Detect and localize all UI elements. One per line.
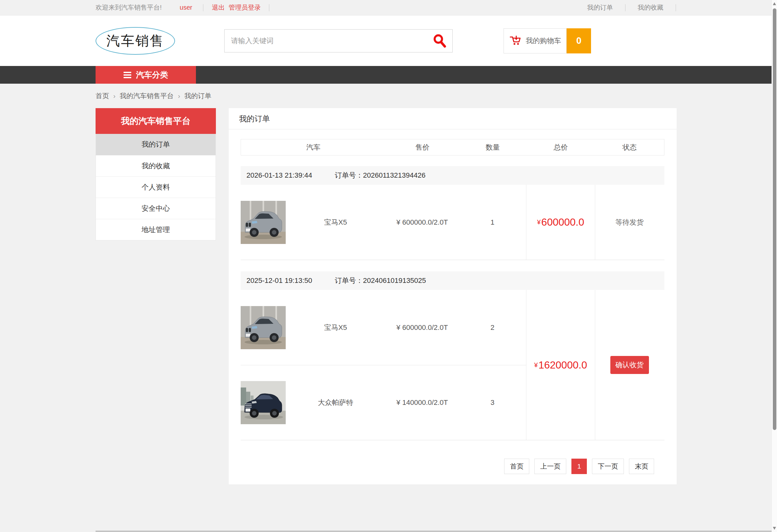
sidebar-item[interactable]: 个人资料 bbox=[96, 176, 216, 198]
site-header: 汽车销售 bbox=[0, 15, 772, 66]
cart-widget[interactable]: 我的购物车 0 bbox=[504, 28, 591, 54]
order-block: 2025-12-01 19:13:50订单号：2024061019135025宝… bbox=[241, 271, 664, 440]
item-price: ¥ 140000.0/2.0T bbox=[385, 365, 459, 440]
order-date: 2026-01-13 21:39:44 bbox=[246, 171, 312, 180]
logout-link[interactable]: 退出 bbox=[212, 3, 225, 12]
search-input[interactable] bbox=[225, 30, 427, 52]
breadcrumb: 首页›我的汽车销售平台›我的订单 bbox=[96, 91, 676, 100]
order-status-cell: 确认收货 bbox=[595, 290, 664, 440]
cart-main: 我的购物车 bbox=[504, 28, 567, 54]
order-items: 宝马X5¥ 600000.0/2.0T2大众帕萨特¥ 140000.0/2.0T… bbox=[241, 290, 526, 440]
pagination-button[interactable]: 上一页 bbox=[534, 459, 566, 474]
currency-symbol: ¥ bbox=[534, 361, 538, 369]
divider bbox=[269, 4, 269, 11]
order-number: 订单号：2026011321394426 bbox=[335, 171, 425, 180]
scroll-up-arrow-icon[interactable] bbox=[773, 2, 776, 5]
sidebar-item[interactable]: 地址管理 bbox=[96, 219, 216, 240]
order-number: 订单号：2024061019135025 bbox=[335, 276, 426, 286]
orders-list: 2026-01-13 21:39:44订单号：2026011321394426宝… bbox=[241, 166, 664, 440]
sidebar: 我的汽车销售平台 我的订单我的收藏个人资料安全中心地址管理 bbox=[96, 108, 216, 240]
car-name: 宝马X5 bbox=[286, 218, 385, 227]
currency-symbol: ¥ bbox=[537, 219, 541, 226]
topbar-my-orders-link[interactable]: 我的订单 bbox=[587, 3, 613, 12]
column-header: 汽车 bbox=[241, 139, 386, 155]
confirm-receipt-button[interactable]: 确认收货 bbox=[610, 356, 649, 374]
scrollbar-thumb[interactable] bbox=[773, 8, 776, 430]
pagination-current-page[interactable]: 1 bbox=[571, 459, 587, 474]
sidebar-title: 我的汽车销售平台 bbox=[96, 108, 216, 134]
item-quantity: 2 bbox=[459, 290, 526, 365]
topbar: 欢迎来到汽车销售平台! user 退出 管理员登录 我的订单 我的收藏 bbox=[0, 0, 772, 15]
order-header-bar: 2025-12-01 19:13:50订单号：2024061019135025 bbox=[241, 271, 664, 290]
car-image-bmw-x5 bbox=[241, 201, 286, 244]
main-navbar: 汽车分类 bbox=[0, 66, 772, 84]
divider bbox=[203, 4, 203, 11]
topbar-right: 我的订单 我的收藏 bbox=[587, 3, 676, 12]
orders-table-header: 汽车售价数量总价状态 bbox=[241, 139, 664, 155]
car-name: 宝马X5 bbox=[286, 323, 385, 332]
column-header: 总价 bbox=[526, 139, 595, 155]
order-header-bar: 2026-01-13 21:39:44订单号：2026011321394426 bbox=[241, 166, 664, 185]
order-items: 宝马X5¥ 600000.0/2.0T1 bbox=[241, 185, 526, 260]
cart-icon bbox=[509, 35, 522, 47]
car-image-bmw-x5 bbox=[241, 306, 286, 349]
pagination-button[interactable]: 下一页 bbox=[592, 459, 624, 474]
page: 欢迎来到汽车销售平台! user 退出 管理员登录 我的订单 我的收藏 汽车销售 bbox=[0, 0, 772, 532]
search-button[interactable] bbox=[427, 33, 452, 48]
item-quantity: 1 bbox=[459, 185, 526, 260]
footer-edge bbox=[96, 531, 772, 532]
column-header: 状态 bbox=[595, 139, 664, 155]
welcome-text: 欢迎来到汽车销售平台! bbox=[96, 3, 162, 12]
order-block: 2026-01-13 21:39:44订单号：2026011321394426宝… bbox=[241, 166, 664, 260]
logo-text: 汽车销售 bbox=[107, 32, 164, 50]
item-quantity: 3 bbox=[459, 365, 526, 440]
search-icon bbox=[432, 33, 447, 48]
column-header: 售价 bbox=[386, 139, 459, 155]
order-status-cell: 等待发货 bbox=[595, 185, 664, 260]
order-total-amount: 600000.0 bbox=[541, 216, 584, 228]
pagination: 首页上一页1下一页末页 bbox=[241, 459, 654, 474]
cart-count-badge: 0 bbox=[567, 28, 591, 54]
breadcrumb-separator: › bbox=[178, 92, 180, 100]
order-date: 2025-12-01 19:13:50 bbox=[246, 277, 312, 285]
order-total-cell: ¥1620000.0 bbox=[526, 290, 595, 440]
pagination-button[interactable]: 末页 bbox=[629, 459, 654, 474]
cart-label: 我的购物车 bbox=[526, 36, 561, 46]
order-total-amount: 1620000.0 bbox=[538, 359, 587, 371]
divider bbox=[625, 4, 626, 11]
column-header: 数量 bbox=[459, 139, 526, 155]
item-price: ¥ 600000.0/2.0T bbox=[385, 185, 459, 260]
car-name: 大众帕萨特 bbox=[286, 398, 385, 408]
topbar-left: 欢迎来到汽车销售平台! user 退出 管理员登录 bbox=[96, 3, 276, 12]
breadcrumb-item[interactable]: 我的汽车销售平台 bbox=[120, 91, 174, 100]
username-link[interactable]: user bbox=[180, 4, 192, 11]
search-box bbox=[224, 29, 453, 52]
order-item-row: 大众帕萨特¥ 140000.0/2.0T3 bbox=[241, 365, 526, 440]
orders-panel: 我的订单 汽车售价数量总价状态 2026-01-13 21:39:44订单号：2… bbox=[229, 108, 677, 485]
order-total-cell: ¥600000.0 bbox=[526, 185, 595, 260]
car-image-passat bbox=[241, 381, 286, 424]
order-item-row: 宝马X5¥ 600000.0/2.0T2 bbox=[241, 290, 526, 365]
category-menu-label: 汽车分类 bbox=[136, 70, 168, 80]
pagination-button[interactable]: 首页 bbox=[504, 459, 529, 474]
sidebar-menu: 我的订单我的收藏个人资料安全中心地址管理 bbox=[96, 134, 216, 240]
category-menu-button[interactable]: 汽车分类 bbox=[96, 66, 196, 84]
breadcrumb-separator: › bbox=[113, 92, 115, 100]
sidebar-item[interactable]: 我的订单 bbox=[96, 134, 216, 155]
sidebar-item[interactable]: 安全中心 bbox=[96, 198, 216, 219]
hamburger-icon bbox=[124, 72, 131, 78]
item-price: ¥ 600000.0/2.0T bbox=[385, 290, 459, 365]
page-title: 我的订单 bbox=[229, 108, 677, 129]
sidebar-item[interactable]: 我的收藏 bbox=[96, 155, 216, 176]
scroll-down-arrow-icon[interactable] bbox=[773, 527, 776, 530]
divider bbox=[676, 4, 676, 11]
site-logo[interactable]: 汽车销售 bbox=[96, 27, 175, 55]
admin-login-link[interactable]: 管理员登录 bbox=[228, 3, 260, 12]
breadcrumb-item: 我的订单 bbox=[184, 91, 211, 100]
scrollbar[interactable] bbox=[772, 0, 777, 532]
order-status-text: 等待发货 bbox=[616, 218, 644, 227]
topbar-my-favorites-link[interactable]: 我的收藏 bbox=[638, 3, 663, 12]
breadcrumb-item[interactable]: 首页 bbox=[96, 91, 109, 100]
order-item-row: 宝马X5¥ 600000.0/2.0T1 bbox=[241, 185, 526, 260]
